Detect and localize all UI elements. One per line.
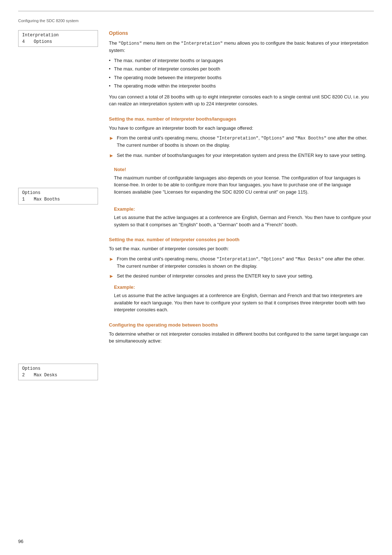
bullet-item-4: The operating mode within the interprete… <box>109 82 374 90</box>
arrow-item-desks-1: ► From the central unit's operating menu… <box>109 255 374 270</box>
arrow-text-desks-1: From the central unit's operating menu, … <box>117 255 374 270</box>
page-wrapper: Configuring the SDC 8200 system Interpre… <box>0 0 392 401</box>
max-desks-intro: To set the max. number of interpreter co… <box>109 245 374 252</box>
left-column: Interpretation 4 Options Options 1 Max B… <box>18 30 98 383</box>
content-layout: Interpretation 4 Options Options 1 Max B… <box>18 30 374 383</box>
lcd-interpretation-title: Interpretation <box>22 33 94 38</box>
right-column: Options The "Options" menu item on the "… <box>109 30 374 383</box>
max-booths-arrow-list: ► From the central unit's operating menu… <box>109 134 374 159</box>
page-number: 96 <box>18 539 23 544</box>
lcd-booths-label: Max Booths <box>34 197 60 202</box>
bullet-item-2: The max. number of interpreter consoles … <box>109 65 374 73</box>
lcd-booths-title: Options <box>22 190 94 195</box>
operating-mode-intro: To determine whether or not interpreter … <box>109 331 374 345</box>
left-spacer-1 <box>18 50 98 188</box>
arrow-text-booths-1: From the central unit's operating menu, … <box>117 134 374 149</box>
lcd-options-max-desks: Options 2 Max Desks <box>18 364 98 380</box>
max-desks-heading: Setting the max. number of interpreter c… <box>109 237 374 242</box>
top-rule <box>18 11 374 11</box>
breadcrumb: Configuring the SDC 8200 system <box>18 19 374 23</box>
note-text: The maximum number of configurable langu… <box>114 174 369 196</box>
max-booths-heading: Setting the max. number of interpreter b… <box>109 116 374 122</box>
example-booths-label: Example: <box>114 206 374 212</box>
code-options-2: "Options" <box>261 257 285 262</box>
lcd-desks-item: 2 Max Desks <box>22 373 94 378</box>
operating-mode-section: Configuring the operating mode between b… <box>109 322 374 345</box>
arrow-icon-2: ► <box>109 152 114 159</box>
options-intro: The "Options" menu item on the "Interpre… <box>109 40 374 54</box>
code-interpretation-1: "Interpretation" <box>217 136 258 141</box>
interpretation-code: "Interpretation" <box>181 41 223 46</box>
arrow-icon-4: ► <box>109 272 114 280</box>
code-maxdesks: "Max Desks" <box>295 257 324 262</box>
lcd-interpretation-item: 4 Options <box>22 39 94 44</box>
example-booths: Example: Let us assume that the active l… <box>109 206 374 228</box>
lcd-interpretation-num: 4 <box>22 39 29 44</box>
lcd-booths-item: 1 Max Booths <box>22 197 94 202</box>
example-desks-text: Let us assume that the active languages … <box>114 292 374 313</box>
arrow-text-booths-2: Set the max. number of booths/languages … <box>117 152 374 159</box>
lcd-interpretation-options: Interpretation 4 Options <box>18 30 98 47</box>
max-desks-arrow-list: ► From the central unit's operating menu… <box>109 255 374 280</box>
code-interpretation-2: "Interpretation" <box>217 257 258 262</box>
arrow-item-desks-2: ► Set the desired number of interpreter … <box>109 272 374 280</box>
note-label: Note! <box>114 167 369 172</box>
lcd-options-max-booths: Options 1 Max Booths <box>18 188 98 204</box>
max-booths-intro: You have to configure an interpreter boo… <box>109 125 374 132</box>
max-booths-section: Setting the max. number of interpreter b… <box>109 116 374 228</box>
arrow-text-desks-2: Set the desired number of interpreter co… <box>117 272 374 280</box>
bullet-item-1: The max. number of interpreter booths or… <box>109 57 374 64</box>
arrow-icon-1: ► <box>109 134 114 142</box>
lcd-desks-title: Options <box>22 366 94 371</box>
options-para2: You can connect a total of 28 booths wit… <box>109 93 374 108</box>
arrow-item-booths-2: ► Set the max. number of booths/language… <box>109 152 374 159</box>
code-options-1: "Options" <box>261 136 285 141</box>
arrow-item-booths-1: ► From the central unit's operating menu… <box>109 134 374 149</box>
lcd-desks-num: 2 <box>22 373 29 378</box>
max-desks-section: Setting the max. number of interpreter c… <box>109 237 374 313</box>
bullet-item-3: The operating mode between the interpret… <box>109 74 374 81</box>
note-box: Note! The maximum number of configurable… <box>109 163 374 202</box>
left-spacer-2 <box>18 207 98 364</box>
operating-mode-heading: Configuring the operating mode between b… <box>109 322 374 328</box>
example-desks: Example: Let us assume that the active l… <box>109 284 374 313</box>
example-booths-text: Let us assume that the active languages … <box>114 214 374 228</box>
arrow-icon-3: ► <box>109 255 114 263</box>
options-main-heading: Options <box>109 30 374 36</box>
code-maxbooths: "Max Booths" <box>295 136 326 141</box>
example-desks-label: Example: <box>114 284 374 290</box>
lcd-booths-num: 1 <box>22 197 29 202</box>
lcd-desks-label: Max Desks <box>34 373 57 378</box>
lcd-interpretation-label: Options <box>34 39 52 44</box>
options-bullet-list: The max. number of interpreter booths or… <box>109 57 374 90</box>
options-code: "Options" <box>118 41 142 46</box>
